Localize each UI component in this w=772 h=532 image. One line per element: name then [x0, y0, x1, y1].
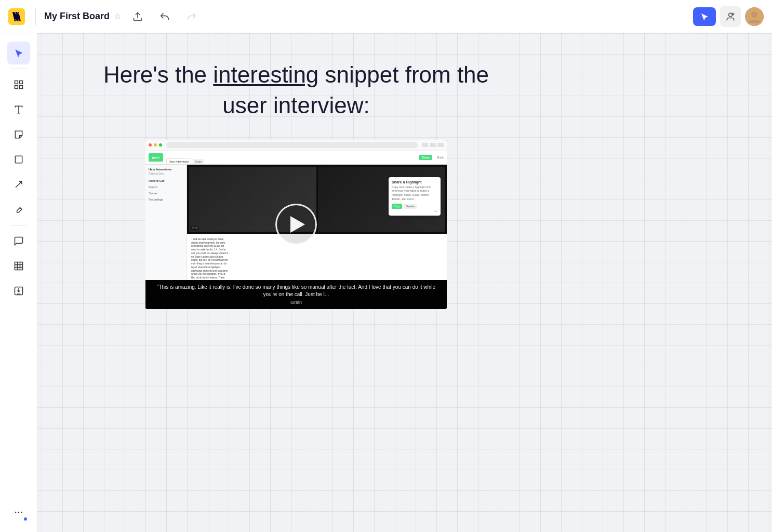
screenshot-popup-text: Copy and paste a highlight link wherever…: [392, 185, 437, 202]
import-tool-button[interactable]: [7, 280, 30, 302]
screenshot-share-popup: Share a Highlight Copy and paste a highl…: [389, 177, 441, 216]
undo-button[interactable]: [154, 6, 175, 27]
browser-url-bar: [166, 142, 418, 148]
svg-line-12: [16, 181, 22, 188]
screenshot-interview-sidebar: User Interviews Roberta Dom... Record Ca…: [145, 165, 187, 280]
undo-icon: [159, 11, 170, 22]
svg-rect-13: [15, 262, 22, 270]
svg-rect-10: [19, 86, 22, 89]
share-export-button[interactable]: [127, 6, 148, 27]
line-tool-button[interactable]: [7, 173, 30, 196]
screenshot-tab-user-interviews: User Interviews: [166, 158, 191, 164]
video-embed[interactable]: grain User Interviews Grain Share Back U…: [145, 140, 447, 309]
video-caption-text: "This is amazing. Like it really is. I'v…: [154, 284, 438, 298]
heading-text-start: Here's the: [103, 62, 213, 87]
redo-icon: [187, 11, 197, 22]
miro-logo[interactable]: [8, 8, 25, 25]
invite-button[interactable]: [720, 6, 741, 27]
screenshot-menu-recordings: Recordings: [149, 197, 183, 202]
add-user-icon: [725, 11, 736, 22]
video-caption-author: Grain: [290, 300, 302, 305]
browser-dot-green: [159, 143, 162, 147]
grid-icon: [14, 261, 24, 271]
grain-logo: grain: [149, 153, 163, 162]
svg-point-2: [729, 13, 733, 17]
screenshot-menu-record: Record Call: [149, 178, 183, 183]
shape-tool-button[interactable]: [7, 148, 30, 171]
svg-point-6: [751, 11, 757, 18]
comment-tool-button[interactable]: [7, 230, 30, 252]
screenshot-popup-copy-btn: Copy: [392, 204, 402, 209]
svg-point-22: [18, 512, 19, 513]
more-tools-button[interactable]: [7, 501, 30, 524]
avatar-image: [745, 7, 764, 26]
comment-icon: [14, 236, 24, 246]
cursor-tool-icon: [14, 48, 24, 58]
screenshot-interview-subtitle: Roberta Dom...: [149, 172, 183, 175]
text-tool-button[interactable]: [7, 98, 30, 121]
canvas-heading: Here's the interesting snippet from the …: [83, 59, 509, 121]
screenshot-menu-stories: Stories: [149, 191, 183, 196]
favorite-icon[interactable]: ☆: [114, 11, 121, 21]
pen-tool-button[interactable]: [7, 198, 30, 221]
toolbar-separator-1: [10, 69, 27, 69]
screenshot-tabs: User Interviews Grain: [166, 151, 204, 164]
text-icon: [14, 104, 24, 115]
toolbar-separator-2: [10, 225, 27, 225]
more-dots-icon: [14, 507, 24, 517]
frames-icon: [14, 79, 24, 90]
arrow-icon: [14, 179, 24, 190]
upload-icon: [132, 11, 143, 22]
sticky-note-tool-button[interactable]: [7, 123, 30, 146]
select-tool-button[interactable]: [7, 42, 30, 64]
screenshot-browser-topbar: [145, 140, 447, 151]
play-triangle-icon: [290, 216, 305, 233]
svg-rect-9: [15, 86, 18, 89]
pen-icon: [14, 204, 24, 215]
sticky-note-icon: [14, 129, 24, 140]
presence-button[interactable]: [693, 7, 716, 26]
screenshot-menu-search: Search: [149, 184, 183, 190]
svg-rect-11: [15, 156, 22, 163]
screenshot-tab-grain: Grain: [193, 159, 204, 164]
svg-rect-7: [15, 81, 18, 84]
svg-point-23: [21, 512, 22, 513]
logo-divider: [35, 8, 36, 25]
import-icon: [14, 286, 24, 296]
redo-button[interactable]: [181, 6, 202, 27]
canvas[interactable]: Here's the interesting snippet from the …: [0, 33, 772, 532]
heading-text-underline: interesting: [213, 62, 318, 87]
svg-point-21: [15, 512, 16, 513]
video-play-button[interactable]: [275, 204, 317, 245]
browser-dot-red: [149, 143, 152, 147]
video-caption: "This is amazing. Like it really is. I'v…: [145, 280, 447, 309]
miro-logo-icon: [8, 8, 25, 25]
content-area: Here's the interesting snippet from the …: [83, 59, 509, 309]
screenshot-popup-title: Share a Highlight: [392, 180, 437, 184]
screenshot-transcript: ...and we were looking at those, started…: [189, 236, 231, 280]
left-toolbar: [0, 33, 37, 532]
screenshot-app-header: grain User Interviews Grain Share Back: [145, 151, 447, 165]
screenshot-interview-main: 00:00 Share a Highlight Copy and paste a…: [187, 165, 447, 280]
svg-rect-8: [19, 81, 22, 84]
grid-tool-button[interactable]: [7, 255, 30, 277]
board-title-area: My First Board ☆: [44, 11, 121, 22]
shape-icon: [14, 154, 24, 165]
user-avatar[interactable]: [745, 7, 764, 26]
topbar-right: [693, 6, 764, 27]
screenshot-popup-dismiss-btn: Dismiss: [404, 204, 417, 209]
topbar: My First Board ☆: [0, 0, 772, 33]
board-title[interactable]: My First Board: [44, 11, 110, 22]
frames-tool-button[interactable]: [7, 73, 30, 96]
screenshot-popup-page: 1/3: [392, 210, 437, 212]
screenshot-interview-title: User Interviews: [149, 168, 183, 171]
screenshot-share-btn: Share: [419, 155, 432, 160]
browser-dot-yellow: [154, 143, 157, 147]
screenshot-back-btn: Back: [437, 156, 444, 159]
cursor-icon: [700, 12, 709, 21]
